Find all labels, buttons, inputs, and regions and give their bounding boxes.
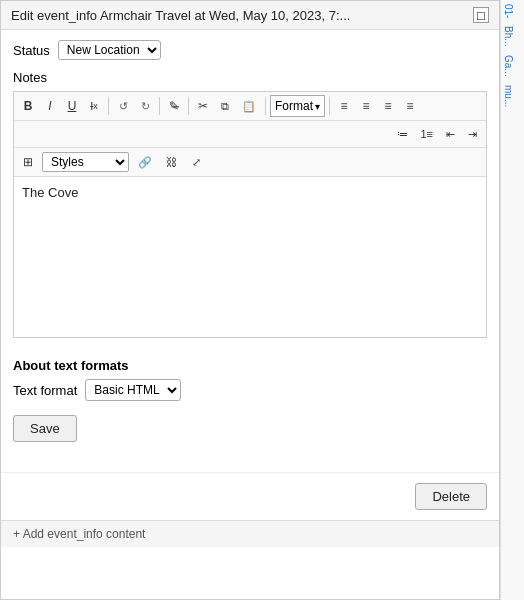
sidebar-item-2[interactable]: Bh... xyxy=(501,22,516,51)
indent-button[interactable]: ⇥ xyxy=(462,123,482,145)
align-center-button[interactable]: ≡ xyxy=(356,95,376,117)
delete-button[interactable]: Delete xyxy=(415,483,487,510)
link-icon: 🔗 xyxy=(138,156,152,169)
format-dropdown-arrow: ▾ xyxy=(315,101,320,112)
undo-button[interactable]: ↺ xyxy=(113,95,133,117)
undo-icon: ↺ xyxy=(119,100,128,113)
about-formats: About text formats Text format Basic HTM… xyxy=(13,350,487,442)
list-bullet-icon: ≔ xyxy=(397,128,408,141)
list-number-button[interactable]: 1≡ xyxy=(415,123,438,145)
toolbar-separator-3 xyxy=(188,97,189,115)
notes-label: Notes xyxy=(13,70,487,85)
delete-row: Delete xyxy=(1,472,499,520)
toolbar-row-2: ≔ 1≡ ⇤ ⇥ xyxy=(14,121,486,148)
align-left-button[interactable]: ≡ xyxy=(334,95,354,117)
unlink-icon: ⛓ xyxy=(166,156,177,168)
underline-button[interactable]: U xyxy=(62,95,82,117)
indent-icon: ⇥ xyxy=(468,128,477,141)
toolbar-separator-5 xyxy=(329,97,330,115)
title-bar: Edit event_info Armchair Travel at Wed, … xyxy=(1,1,499,30)
dialog-content: Status New Location Confirmed Cancelled … xyxy=(1,30,499,452)
status-label: Status xyxy=(13,43,50,58)
sidebar-item-1[interactable]: 01- xyxy=(501,0,516,22)
sidebar-item-3[interactable]: Ga... xyxy=(501,51,516,81)
align-justify-icon: ≡ xyxy=(407,99,414,113)
format-eraser-button[interactable]: ✎̶ xyxy=(164,95,184,117)
close-button[interactable]: □ xyxy=(473,7,489,23)
align-center-icon: ≡ xyxy=(363,99,370,113)
outdent-button[interactable]: ⇤ xyxy=(440,123,460,145)
scissors-icon: ✂ xyxy=(198,99,208,113)
styles-select[interactable]: Styles Heading 1 Heading 2 Paragraph xyxy=(42,152,129,172)
format-dropdown[interactable]: Format ▾ xyxy=(270,95,325,117)
add-content-strip[interactable]: + Add event_info content xyxy=(1,520,499,547)
toolbar-separator-1 xyxy=(108,97,109,115)
redo-icon: ↻ xyxy=(141,100,150,113)
expand-icon: ⤢ xyxy=(192,156,201,169)
paste-icon: 📋 xyxy=(242,100,256,113)
italic-button[interactable]: I xyxy=(40,95,60,117)
copy-button[interactable]: ⧉ xyxy=(215,95,235,117)
toolbar-separator-4 xyxy=(265,97,266,115)
table-icon: ⊞ xyxy=(23,155,33,169)
bold-button[interactable]: B xyxy=(18,95,38,117)
editor-container: B I U Ix ↺ ↻ ✎̶ ✂ xyxy=(13,91,487,338)
align-right-button[interactable]: ≡ xyxy=(378,95,398,117)
dialog-title: Edit event_info Armchair Travel at Wed, … xyxy=(11,8,350,23)
toolbar-separator-2 xyxy=(159,97,160,115)
format-label: Format xyxy=(275,99,313,113)
save-button[interactable]: Save xyxy=(13,415,77,442)
align-left-icon: ≡ xyxy=(341,99,348,113)
scissors-button[interactable]: ✂ xyxy=(193,95,213,117)
eraser-icon: ✎̶ xyxy=(169,99,179,113)
status-row: Status New Location Confirmed Cancelled … xyxy=(13,40,487,60)
strikethrough-button[interactable]: Ix xyxy=(84,95,104,117)
align-justify-button[interactable]: ≡ xyxy=(400,95,420,117)
list-bullet-button[interactable]: ≔ xyxy=(392,123,413,145)
align-right-icon: ≡ xyxy=(385,99,392,113)
outdent-icon: ⇤ xyxy=(446,128,455,141)
toolbar-row-3: ⊞ Styles Heading 1 Heading 2 Paragraph 🔗… xyxy=(14,148,486,177)
add-content-label: + Add event_info content xyxy=(13,527,145,541)
about-formats-title: About text formats xyxy=(13,358,487,373)
text-format-label: Text format xyxy=(13,383,77,398)
expand-button[interactable]: ⤢ xyxy=(186,151,206,173)
right-sidebar: 01- Bh... Ga... mu... xyxy=(500,0,524,600)
text-format-select[interactable]: Basic HTML Full HTML Plain text PHP code xyxy=(85,379,181,401)
text-format-row: Text format Basic HTML Full HTML Plain t… xyxy=(13,379,487,401)
unlink-button[interactable]: ⛓ xyxy=(161,151,182,173)
editor-body[interactable]: The Cove xyxy=(14,177,486,337)
list-number-icon: 1≡ xyxy=(420,128,433,140)
copy-icon: ⧉ xyxy=(221,100,229,113)
sidebar-item-4[interactable]: mu... xyxy=(501,81,516,111)
paste-button[interactable]: 📋 xyxy=(237,95,261,117)
redo-button[interactable]: ↻ xyxy=(135,95,155,117)
link-button[interactable]: 🔗 xyxy=(133,151,157,173)
table-button[interactable]: ⊞ xyxy=(18,151,38,173)
toolbar-row-1: B I U Ix ↺ ↻ ✎̶ ✂ xyxy=(14,92,486,121)
status-select[interactable]: New Location Confirmed Cancelled Pending xyxy=(58,40,161,60)
